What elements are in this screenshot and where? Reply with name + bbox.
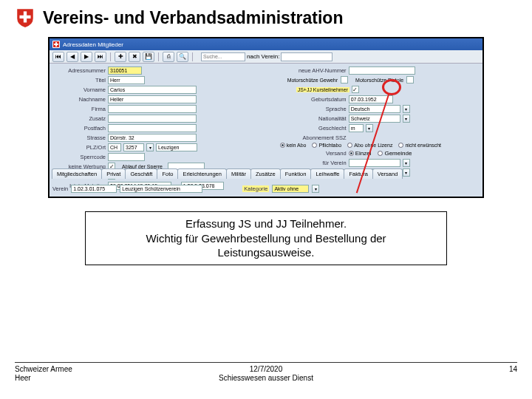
nav-last-button[interactable]: ⏭ (95, 52, 106, 62)
label-ahv: neue AHV-Nummer (279, 67, 347, 74)
search-label: nach Verein: (247, 53, 279, 60)
field-plz[interactable]: 3257 (123, 143, 144, 151)
tab-leihwaffe[interactable]: Leihwaffe (310, 168, 344, 179)
field-nachname[interactable]: Heller (108, 95, 197, 103)
radio-einzel[interactable] (349, 151, 354, 156)
label-fur-verein: für Verein (279, 160, 347, 166)
check-motorschutze-p[interactable] (406, 76, 414, 83)
caption-line3: Leistungsausweise. (92, 245, 440, 260)
new-button[interactable]: ✚ (115, 52, 126, 62)
field-geburt[interactable]: 07.03.1952 (349, 95, 393, 103)
label-nationalitat: Nationalität (279, 115, 347, 122)
field-sprache[interactable]: Deutsch (349, 105, 400, 113)
label-kategorie: Kategorie (242, 185, 269, 192)
field-verein-nr[interactable]: 1.02.3.01.075 (71, 185, 117, 193)
radio-gemeinde[interactable] (378, 151, 383, 156)
form-left-col: Adressnummer310051 TitelHerr VornameCarl… (52, 66, 274, 166)
tab-funktion[interactable]: Funktion (280, 168, 312, 179)
field-zusatz[interactable] (108, 115, 197, 123)
label-versand: Versand (279, 150, 347, 157)
label-motorschutze-p: Motorschütze Pistole (355, 78, 403, 83)
delete-button[interactable]: ✖ (129, 52, 140, 62)
page-title: Vereins- und Verbandsadministration (43, 8, 343, 28)
field-postfach[interactable] (108, 124, 197, 132)
geschl-dropdown-icon[interactable]: ▾ (366, 124, 373, 132)
tab-militar[interactable]: Militär (226, 168, 251, 179)
label-adressnummer: Adressnummer (52, 67, 106, 74)
app-screenshot: Adressdaten Mitglieder ⏮ ◀ ▶ ⏭ ✚ ✖ 💾 ⎙ 🔍… (48, 37, 484, 198)
field-ort[interactable]: Leuzigen (156, 143, 197, 151)
label-motorschutze-g: Motorschütze Gewehr (287, 78, 338, 83)
tab-foto[interactable]: Foto (157, 168, 178, 179)
save-button[interactable]: 💾 (143, 52, 154, 62)
search-verein-input[interactable] (281, 52, 332, 61)
nat-dropdown-icon[interactable]: ▾ (403, 115, 410, 123)
sprache-dropdown-icon[interactable]: ▾ (403, 105, 410, 113)
field-geschlecht[interactable]: m (349, 124, 364, 132)
tab-zusatze[interactable]: Zusätze (250, 168, 281, 179)
footer-date: 12/7/2020 (219, 365, 313, 374)
app-icon (52, 41, 60, 48)
footer: Schweizer Armee Heer 12/7/2020 Schiesswe… (15, 362, 517, 383)
caption-line1: Erfassung JS und JJ Teilnehmer. (92, 216, 440, 231)
label-zusatz: Zusatz (52, 115, 106, 122)
label-jsjj: JS+JJ Kursteilnehmer (296, 87, 349, 92)
label-postfach: Postfach (52, 125, 106, 132)
abo-radiogroup: kein Abo Pflichtabo Abo ohne Lizenz nich… (279, 143, 480, 148)
label-plzort: PLZ/Ort (52, 144, 106, 151)
field-verein-name[interactable]: Leuzigen Schützenverein (120, 185, 202, 193)
field-nationalitat[interactable]: Schweiz (349, 115, 400, 123)
check-jsjj[interactable]: ✓ (352, 86, 359, 93)
radio-abo-ohne-liz[interactable] (347, 143, 352, 148)
label-geburt: Geburtsdatum (279, 96, 347, 103)
toolbar: ⏮ ◀ ▶ ⏭ ✚ ✖ 💾 ⎙ 🔍 nach Verein: (50, 50, 482, 64)
search-button[interactable]: 🔍 (177, 52, 188, 62)
label-nachname: Nachname (52, 96, 106, 103)
page-number: 14 (509, 365, 517, 383)
field-strasse[interactable]: Dürrstr. 32 (108, 134, 197, 142)
form-right-col: neue AHV-Nummer Motorschütze Gewehr Moto… (279, 66, 480, 166)
label-sprache: Sprache (279, 106, 347, 112)
plz-dropdown-icon[interactable]: ▾ (146, 143, 154, 151)
print-button[interactable]: ⎙ (163, 52, 174, 62)
radio-nicht-erw[interactable] (398, 143, 403, 148)
label-strasse: Strasse (52, 134, 106, 141)
field-kategorie[interactable]: Aktiv ohne (272, 185, 309, 193)
nav-next-button[interactable]: ▶ (81, 52, 92, 62)
footer-org: Schweizer Armee (15, 365, 72, 374)
nav-first-button[interactable]: ⏮ (52, 52, 64, 62)
tab-geschaft[interactable]: Geschäft (125, 168, 157, 179)
verein-dropdown-icon[interactable]: ▾ (403, 159, 410, 167)
radio-pflichtabo[interactable] (312, 143, 317, 148)
tab-mitgliedschaften[interactable]: Mitgliedschaften (52, 168, 102, 179)
tab-erleichterungen[interactable]: Erleichterungen (177, 168, 227, 179)
lizenz-dropdown-icon[interactable]: ▾ (403, 168, 410, 177)
tab-privat[interactable]: Privat (101, 168, 126, 179)
radio-kein-abo[interactable] (280, 143, 285, 148)
label-firma: Firma (52, 106, 106, 112)
field-sperrcode[interactable] (108, 153, 145, 161)
nav-prev-button[interactable]: ◀ (66, 52, 78, 62)
swiss-shield-icon (15, 7, 35, 28)
field-ahv[interactable] (349, 66, 415, 75)
label-geschlecht: Geschlecht (279, 125, 347, 132)
field-firma[interactable] (108, 105, 197, 113)
footer-subtitle: Schiesswesen ausser Dienst (219, 374, 313, 383)
field-vorname[interactable]: Carlos (108, 86, 197, 94)
field-adressnummer[interactable]: 310051 (108, 66, 142, 75)
search-input[interactable] (201, 52, 245, 61)
label-abonnement: Abonnement SSZ (279, 134, 347, 141)
label-verein: Verein (52, 185, 68, 192)
window-title: Adressdaten Mitglieder (63, 41, 123, 48)
field-cc[interactable]: CH (108, 143, 121, 151)
window-titlebar: Adressdaten Mitglieder (50, 38, 482, 50)
tab-versand[interactable]: Versand (372, 168, 403, 179)
check-motorschutze-g[interactable] (341, 76, 348, 83)
label-sperrcode: Sperrcode (52, 154, 106, 160)
tab-faktura[interactable]: Faktura (344, 168, 372, 179)
svg-rect-1 (19, 16, 30, 18)
field-titel[interactable]: Herr (108, 76, 145, 84)
kategorie-dropdown-icon[interactable]: ▾ (312, 185, 319, 193)
field-fur-verein[interactable] (349, 159, 400, 167)
caption-line2: Wichtig für Gewehrbestellung und Bestell… (92, 231, 440, 246)
